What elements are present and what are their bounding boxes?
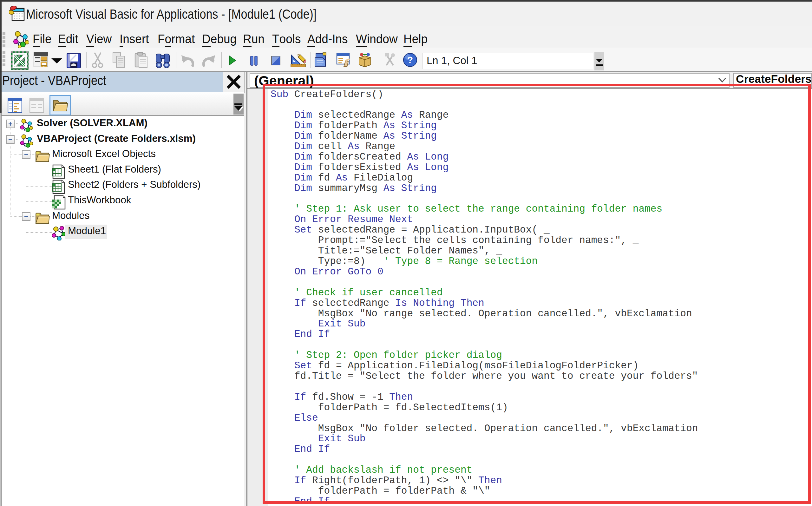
svg-text:?: ? [407,55,413,65]
